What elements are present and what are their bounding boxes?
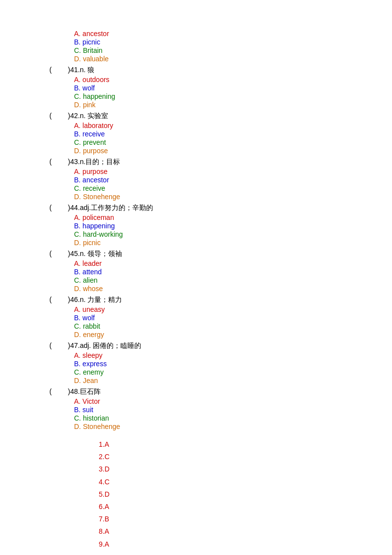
option-item: B. wolf xyxy=(74,84,392,92)
answer-7: 7.B xyxy=(99,513,392,525)
options-43: A. purpose B. ancestor C. receive D. Sto… xyxy=(74,168,392,201)
question-47: ( )47.adj. 困倦的；瞌睡的 A. sleepy B. express … xyxy=(49,342,392,384)
option-item: C. hard-working xyxy=(74,230,392,238)
options-46: A. uneasy B. wolf C. rabbit D. energy xyxy=(74,305,392,339)
answer-blank: ( xyxy=(49,296,59,303)
option-item: A. outdoors xyxy=(74,76,392,84)
header-options: A. ancestor B. picnic C. Britain D. valu… xyxy=(74,30,392,63)
question-45: ( )45.n. 领导；领袖 A. leader B. attend C. al… xyxy=(49,250,392,293)
answers-section: 1.A 2.C 3.D 4.C 5.D 6.A 7.B 8.A 9.A xyxy=(99,438,392,551)
question-label: )42.n. 实验室 xyxy=(60,112,108,121)
question-label: )48.巨石阵 xyxy=(60,387,101,396)
answer-6: 6.A xyxy=(99,501,392,513)
question-label: )43.n.目的；目标 xyxy=(60,158,120,167)
option-item: A. purpose xyxy=(74,168,392,175)
option-item: C. Britain xyxy=(74,46,392,54)
options-44: A. policeman B. happening C. hard-workin… xyxy=(74,213,392,247)
options-45: A. leader B. attend C. alien D. whose xyxy=(74,259,392,293)
options-47: A. sleepy B. express C. enemy D. Jean xyxy=(74,351,392,384)
answer-2: 2.C xyxy=(99,451,392,463)
question-46: ( )46.n. 力量；精力 A. uneasy B. wolf C. rabb… xyxy=(49,296,392,339)
question-48: ( )48.巨石阵 A. Victor B. suit C. historian… xyxy=(49,387,392,430)
option-item: B. express xyxy=(74,360,392,368)
answer-blank: ( xyxy=(49,342,59,349)
option-item: C. historian xyxy=(74,414,392,422)
option-item: C. prevent xyxy=(74,138,392,146)
options-42: A. laboratory B. receive C. prevent D. p… xyxy=(74,122,392,155)
option-item: D. Stonehenge xyxy=(74,193,392,201)
option-item: D. picnic xyxy=(74,239,392,247)
option-item: A. policeman xyxy=(74,213,392,221)
answer-blank: ( xyxy=(49,66,59,74)
answer-blank: ( xyxy=(49,112,59,120)
answer-8: 8.A xyxy=(99,525,392,538)
option-item: A. leader xyxy=(74,259,392,267)
answer-3: 3.D xyxy=(99,463,392,475)
option-item: C. receive xyxy=(74,184,392,192)
options-41: A. outdoors B. wolf C. happening D. pink xyxy=(74,76,392,109)
question-42: ( )42.n. 实验室 A. laboratory B. receive C.… xyxy=(49,112,392,155)
option-item: B. receive xyxy=(74,130,392,138)
option-item: D. Jean xyxy=(74,377,392,384)
question-label: )45.n. 领导；领袖 xyxy=(60,250,122,258)
option-item: B. ancestor xyxy=(74,176,392,184)
option-item: D. energy xyxy=(74,331,392,339)
question-43: ( )43.n.目的；目标 A. purpose B. ancestor C. … xyxy=(49,158,392,201)
option-item: D. pink xyxy=(74,101,392,109)
answer-4: 4.C xyxy=(99,476,392,488)
question-label: )41.n. 狼 xyxy=(60,66,94,75)
answer-blank: ( xyxy=(49,158,59,166)
question-41: ( )41.n. 狼 A. outdoors B. wolf C. happen… xyxy=(49,66,392,109)
question-label: )46.n. 力量；精力 xyxy=(60,296,122,304)
answer-blank: ( xyxy=(49,387,59,395)
option-item: B. picnic xyxy=(74,38,392,46)
option-item: D. purpose xyxy=(74,147,392,155)
answer-blank: ( xyxy=(49,250,59,257)
option-item: A. laboratory xyxy=(74,122,392,129)
answer-5: 5.D xyxy=(99,488,392,501)
option-item: D. whose xyxy=(74,285,392,293)
question-label: )44.adj.工作努力的；辛勤的 xyxy=(60,204,153,213)
option-item: C. happening xyxy=(74,92,392,100)
option-item: C. enemy xyxy=(74,368,392,376)
question-label: )47.adj. 困倦的；瞌睡的 xyxy=(60,342,141,350)
answer-blank: ( xyxy=(49,204,59,212)
options-48: A. Victor B. suit C. historian D. Stoneh… xyxy=(74,397,392,430)
option-item: A. ancestor xyxy=(74,30,392,38)
option-item: B. suit xyxy=(74,406,392,414)
option-item: B. wolf xyxy=(74,314,392,322)
option-item: D. valuable xyxy=(74,55,392,63)
option-item: B. happening xyxy=(74,222,392,230)
option-item: C. rabbit xyxy=(74,322,392,330)
option-item: B. attend xyxy=(74,268,392,276)
option-item: C. alien xyxy=(74,276,392,284)
option-item: A. uneasy xyxy=(74,305,392,313)
option-item: A. sleepy xyxy=(74,351,392,359)
option-item: A. Victor xyxy=(74,397,392,405)
option-item: D. Stonehenge xyxy=(74,423,392,430)
answer-1: 1.A xyxy=(99,438,392,451)
answer-9: 9.A xyxy=(99,538,392,551)
question-44: ( )44.adj.工作努力的；辛勤的 A. policeman B. happ… xyxy=(49,204,392,247)
